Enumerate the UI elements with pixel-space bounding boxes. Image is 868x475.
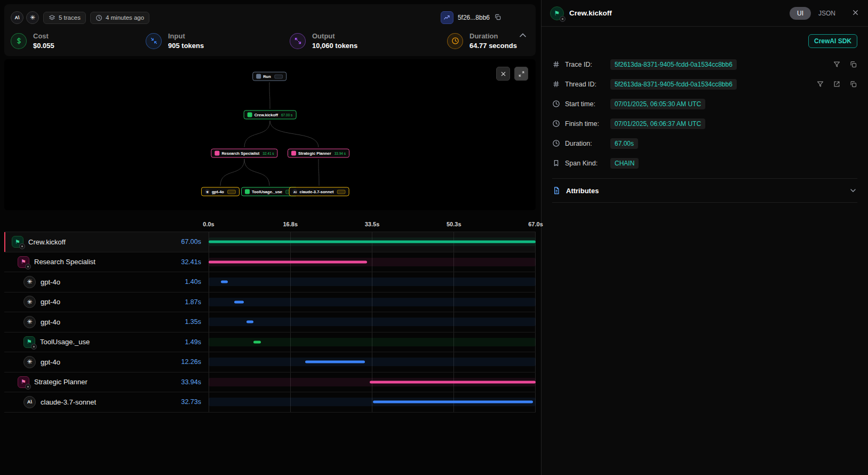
copy-trace-id-button[interactable] xyxy=(494,13,501,22)
openai-icon: ✳ xyxy=(205,189,210,194)
close-graph-button[interactable] xyxy=(496,67,510,81)
field-row: Trace ID: 5f2613da-8371-9405-fcdd-0a1534… xyxy=(552,54,857,74)
trace-header: A\ ✳ 5 traces 4 minutes ago 5f26...8bb6 xyxy=(11,9,529,27)
span-bar[interactable] xyxy=(234,300,243,303)
chevron-down-icon xyxy=(849,186,857,195)
anthropic-icon: A\ xyxy=(23,396,36,408)
trace-row[interactable]: ✳ gpt-4o 1.40s xyxy=(4,272,536,292)
external-button[interactable] xyxy=(833,80,841,88)
node-badge xyxy=(337,189,345,194)
sidebar-body: CrewAI SDK Trace ID: 5f2613da-8371-9405-… xyxy=(541,27,868,210)
node-label: claude-3.7-sonnet xyxy=(300,189,334,194)
field-actions xyxy=(816,80,857,88)
trace-short-id: 5f26...8bb6 xyxy=(458,14,490,21)
node-label: Crew.kickoff xyxy=(254,113,278,117)
span-duration: 67.00s xyxy=(181,238,201,246)
span-name: gpt-4o xyxy=(41,278,60,286)
trace-summary-card: A\ ✳ 5 traces 4 minutes ago 5f26...8bb6 … xyxy=(4,4,536,56)
span-bar[interactable] xyxy=(209,260,367,263)
stat-value: 64.77 seconds xyxy=(469,42,517,50)
openai-icon: ✳ xyxy=(23,276,36,288)
field-actions xyxy=(833,60,857,68)
expand-graph-button[interactable] xyxy=(514,67,528,81)
graph-node-run[interactable]: Run xyxy=(252,72,286,81)
clock-icon xyxy=(552,139,560,147)
crewai-icon: ⚑ xyxy=(23,336,35,348)
trace-age-badge[interactable]: 4 minutes ago xyxy=(90,12,149,24)
crewai-icon xyxy=(256,74,261,79)
trace-row[interactable]: ⚑ Strategic Planner 33.94s xyxy=(4,373,536,393)
span-name: ToolUsage._use xyxy=(40,338,90,346)
metrics-chart-button[interactable] xyxy=(441,11,453,24)
filter-button[interactable] xyxy=(833,60,841,68)
span-bar-track xyxy=(209,272,536,292)
graph-node-gpt[interactable]: ✳gpt-4o xyxy=(201,187,240,196)
openai-icon: ✳ xyxy=(23,356,36,368)
hash-icon xyxy=(552,60,560,68)
span-bar[interactable] xyxy=(370,381,536,383)
layers-icon xyxy=(49,14,55,21)
node-label: Strategic Planner xyxy=(298,151,331,156)
attributes-section[interactable]: Attributes xyxy=(552,178,857,203)
node-badge xyxy=(227,189,236,194)
field-value: 5f2613da-8371-9405-fcdd-0a1534cc8bb6 xyxy=(610,59,737,70)
span-bar[interactable] xyxy=(246,321,253,323)
span-bar-track xyxy=(209,292,536,312)
field-row: Finish time: 07/01/2025, 06:06:37 AM UTC xyxy=(552,114,857,133)
traces-count-badge[interactable]: 5 traces xyxy=(43,12,86,24)
span-name: Research Specialist xyxy=(34,258,95,266)
stat-value: 10,060 tokens xyxy=(312,42,357,50)
field-value: 07/01/2025, 06:05:30 AM UTC xyxy=(610,99,705,109)
span-bar-track xyxy=(209,392,536,412)
span-bar[interactable] xyxy=(305,361,365,363)
trace-row[interactable]: ✳ gpt-4o 1.35s xyxy=(4,312,536,332)
graph-node-research[interactable]: Research Specialist32.41 s xyxy=(211,149,277,158)
anthropic-icon: A\ xyxy=(293,189,298,194)
span-bar[interactable] xyxy=(209,241,536,243)
span-name: Strategic Planner xyxy=(34,378,87,386)
stat-value: 905 tokens xyxy=(168,42,204,50)
graph-node-claude[interactable]: A\claude-3.7-sonnet xyxy=(289,187,349,196)
crewai-agent-icon xyxy=(291,151,296,156)
trace-row[interactable]: A\ claude-3.7-sonnet 32.73s xyxy=(4,392,536,413)
span-bar-track xyxy=(209,232,536,252)
bookmark-icon xyxy=(552,159,560,167)
trace-row[interactable]: ⚑ Crew.kickoff 67.00s xyxy=(4,232,536,252)
field-label: Thread ID: xyxy=(565,81,606,88)
stat-output: Output 10,060 tokens xyxy=(290,32,447,50)
copy-button[interactable] xyxy=(849,60,857,68)
field-label: Finish time: xyxy=(565,120,606,128)
clock-icon xyxy=(552,120,560,128)
axis-tick: 50.3s xyxy=(447,221,461,227)
attributes-label: Attributes xyxy=(566,187,599,195)
trace-row[interactable]: ⚑ Research Specialist 32.41s xyxy=(4,252,536,273)
filter-button[interactable] xyxy=(816,80,824,88)
timeline-axis-row: 0.0s16.8s33.5s50.3s67.0s xyxy=(4,217,536,232)
trace-panel: A\ ✳ 5 traces 4 minutes ago 5f26...8bb6 … xyxy=(0,0,541,475)
collapse-stats-button[interactable] xyxy=(517,30,528,41)
stats-row: Cost $0.055 Input 905 tokens Output 10,0… xyxy=(11,32,529,50)
span-bar[interactable] xyxy=(373,401,532,403)
graph-node-strategic[interactable]: Strategic Planner33.94 s xyxy=(288,149,349,158)
dollar-icon xyxy=(11,33,27,49)
trace-row[interactable]: ✳ gpt-4o 12.26s xyxy=(4,352,536,373)
tab-json[interactable]: JSON xyxy=(813,7,841,20)
trace-row[interactable]: ✳ gpt-4o 1.87s xyxy=(4,292,536,313)
trace-row[interactable]: ⚑ ToolUsage._use 1.49s xyxy=(4,332,536,353)
sdk-badge[interactable]: CrewAI SDK xyxy=(808,34,857,48)
stat-label: Input xyxy=(168,32,204,40)
openai-icon: ✳ xyxy=(23,296,36,308)
crewai-icon xyxy=(248,113,252,117)
span-bar[interactable] xyxy=(253,341,261,343)
axis-tick: 33.5s xyxy=(365,221,380,227)
stat-duration: Duration 64.77 seconds xyxy=(447,32,517,50)
span-bar[interactable] xyxy=(221,281,228,283)
span-bar-track xyxy=(209,312,536,332)
node-badge xyxy=(274,74,283,78)
graph-node-crew[interactable]: Crew.kickoff67.00 s xyxy=(244,110,297,120)
tab-ui[interactable]: UI xyxy=(790,7,811,20)
copy-button[interactable] xyxy=(849,80,857,88)
close-sidebar-button[interactable] xyxy=(851,9,859,18)
field-label: Duration: xyxy=(565,140,606,147)
span-name: Crew.kickoff xyxy=(28,238,66,246)
